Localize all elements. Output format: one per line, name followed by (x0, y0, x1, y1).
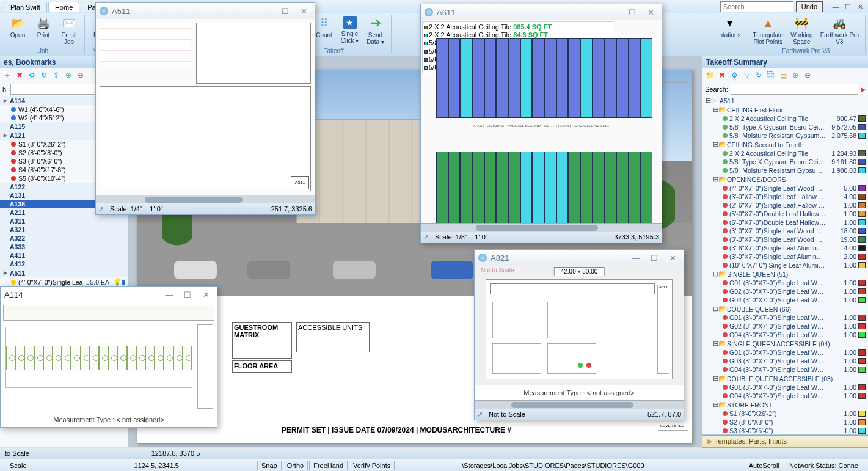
summary-item[interactable]: G02 (3'-0"X7'-0")Single Leaf Wood ...1.0… (702, 287, 868, 296)
delete2-icon[interactable]: ✖ (717, 70, 727, 80)
folder-node[interactable]: ⊟📂DOUBLE QUEEN (66) (702, 304, 868, 313)
copy-icon[interactable]: ⿻ (766, 70, 776, 80)
folder-node[interactable]: ⊟📂SINGLE QUEEN (51) (702, 269, 868, 279)
summary-item[interactable]: (5'-0"X7'-0")Double Leaf Hallow Metal D.… (702, 210, 868, 218)
plus-icon[interactable]: ⊕ (790, 70, 800, 80)
triangulate-button[interactable]: ▲Triangulate Plot Points (750, 15, 786, 46)
folder-node[interactable]: ⊟📂DOUBLE QUEEN ACCESSIBLE (03) (702, 374, 868, 383)
summary-item[interactable]: G02 (3'-0"X7'-0")Single Leaf Wood ...1.0… (702, 322, 868, 330)
summary-item[interactable]: G01 (3'-0"X7'-0")Single Leaf Wood ...1.0… (702, 313, 868, 322)
freehand-toggle[interactable]: FreeHand (309, 461, 348, 470)
summary-item[interactable]: (2'-6"X7'-0")Single Leaf Hallow Metal D.… (702, 201, 868, 210)
window-minimize-icon[interactable]: — (831, 3, 840, 11)
h-scrollbar[interactable] (421, 223, 662, 232)
summary-item[interactable]: G01 (3'-0"X7'-0")Single Leaf Wood ...1.0… (702, 279, 868, 287)
undo-button[interactable]: Undo (796, 1, 823, 12)
refresh-icon[interactable]: ↻ (39, 70, 49, 80)
close-icon[interactable]: ✕ (296, 7, 311, 16)
a114-body[interactable] (1, 302, 217, 412)
minimize-icon[interactable]: — (260, 7, 274, 16)
minimize-icon[interactable]: — (607, 8, 621, 17)
single-click-button[interactable]: ★Single Click ▾ (338, 15, 362, 46)
list-icon[interactable]: ▤ (778, 70, 788, 80)
minimize-icon[interactable]: — (629, 254, 643, 263)
folder-node[interactable]: ⊟📂SINGLE QUEEN ACCESSIBLE (04) (702, 339, 868, 348)
print-button[interactable]: 🖨️Print (32, 15, 55, 46)
title-search-input[interactable] (720, 1, 793, 12)
remove-icon[interactable]: ⊖ (76, 70, 86, 80)
folder-icon[interactable]: 📁 (705, 70, 715, 80)
h-scrollbar[interactable] (475, 400, 684, 409)
summary-item[interactable]: (3'-0"X7'-0")Single Leaf Wood Door W...1… (702, 235, 868, 244)
summary-item[interactable]: (4'-0"X7'-0")Single Leaf Wood Door W/...… (702, 184, 868, 192)
verify-toggle[interactable]: Verify Points (349, 461, 395, 470)
takeoff-item[interactable]: (4'-0"X7'-0")Single Leaf Wood...5.0 EA💡▮ (0, 277, 128, 287)
summary-item[interactable]: G04 (3'-0"X7'-0")Single Leaf Wood ...1.0… (702, 296, 868, 304)
summary-item[interactable]: (10'-6"X7'-0") Single Leaf Aluminum Door… (702, 261, 868, 269)
h-scrollbar[interactable] (96, 195, 315, 203)
summary-item[interactable]: G01 (3'-0"X7'-0")Single Leaf Wood ...1.0… (702, 348, 868, 357)
filter-icon[interactable]: ▽ (742, 70, 751, 80)
summary-item[interactable]: 2 X 2 Acoustical Ceiling Tile900.47 (702, 114, 868, 123)
summary-item[interactable]: (6'-0"X7'-0")Double Leaf Hallow Metal D.… (702, 218, 868, 227)
add2-icon[interactable]: ⊕ (64, 70, 73, 80)
maximize-icon[interactable]: ☐ (278, 7, 293, 16)
folder-node[interactable]: ⊟📂OPENINGS/DOORS (702, 175, 868, 184)
maximize-icon[interactable]: ☐ (647, 254, 662, 263)
close-icon[interactable]: ✕ (643, 8, 658, 17)
page-node[interactable]: A322 (0, 234, 128, 243)
tab-home[interactable]: Home (48, 2, 79, 12)
summary-item[interactable]: 2 X 2 Acoustical Ceiling Tile1,204.93 (702, 149, 868, 158)
gear2-icon[interactable]: ⚙ (729, 70, 739, 80)
window-a114[interactable]: A114 — ☐ ✕ Measurement Type : < not assi… (0, 286, 217, 428)
summary-item[interactable]: G04 (3'-0"X7'-0")Single Leaf Wood ...1.0… (702, 392, 868, 400)
a821-body[interactable]: Not to Scale 42.00 x 30.00 A821 (475, 266, 684, 385)
summary-item[interactable]: (3'-0"X7'-0")Single Leaf Aluminum Glass.… (702, 252, 868, 261)
expand-icon[interactable]: ↗ (98, 205, 104, 213)
folder-node[interactable]: ⊟📂CEILING Second to Fourth (702, 140, 868, 149)
search-go-icon[interactable]: ▶ (861, 86, 866, 93)
settings-icon[interactable]: ⚙ (27, 70, 37, 80)
page-node[interactable]: A311 (0, 217, 128, 225)
folder-node[interactable]: ⊟📂CEILING First Floor (702, 105, 868, 114)
close-icon[interactable]: ✕ (665, 254, 680, 263)
right-tree[interactable]: ⊟📄A511⊟📂CEILING First Floor2 X 2 Acousti… (702, 96, 868, 434)
summary-item[interactable]: (3'-6"X7'-0")Single Leaf Aluminum Glass.… (702, 244, 868, 252)
window-a821[interactable]: A821 — ☐ ✕ Not to Scale 42.00 x 30.00 A8… (474, 249, 684, 420)
summary-item[interactable]: (3'-0"X7'-0")Single Leaf Hallow Metal D.… (702, 192, 868, 201)
open-button[interactable]: 📂Open (6, 15, 29, 46)
right-search-input[interactable] (731, 84, 858, 95)
summary-item[interactable]: S3 (8'-0"X6'-0")1.00 (702, 426, 868, 434)
export-icon[interactable]: ⇪ (51, 70, 61, 80)
otations-button[interactable]: ▾otations (717, 15, 743, 40)
summary-item[interactable]: 5/8" Moisture Resistan Gypsum Bo...2,075… (702, 131, 868, 140)
a611-body[interactable]: 2 X 2 Acoustical Ceiling Tile 985.4 SQ F… (421, 20, 662, 223)
page-node[interactable]: A411 (0, 251, 128, 260)
send-data-button[interactable]: ➔Send Data ▾ (364, 15, 387, 46)
minus-icon[interactable]: ⊖ (803, 70, 812, 80)
summary-item[interactable]: 5/8" Type X Gypsum Board Ceiling9,161.80 (702, 158, 868, 166)
window-a511[interactable]: A511 — ☐ ✕ A511 ↗ Scale: 1/4" = 1' 0" 25… (95, 2, 315, 215)
window-a611[interactable]: A611 — ☐ ✕ 2 X 2 Acoustical Ceiling Tile… (420, 4, 662, 243)
summary-item[interactable]: 5/8" Type X Gypsum Board Ceiling9,572.05 (702, 123, 868, 131)
maximize-icon[interactable]: ☐ (180, 290, 195, 299)
summary-item[interactable]: G01 (3'-0"X7'-0")Single Leaf Wood ...1.0… (702, 383, 868, 392)
delete-icon[interactable]: ✖ (15, 70, 24, 80)
summary-item[interactable]: G04 (3'-0"X7'-0")Single Leaf Wood ...1.0… (702, 365, 868, 374)
page-node[interactable]: A333 (0, 243, 128, 251)
minimize-icon[interactable]: — (162, 290, 177, 299)
ortho-toggle[interactable]: Ortho (283, 461, 308, 470)
root-node[interactable]: ⊟📄A511 (702, 96, 868, 105)
window-close-icon[interactable]: ✕ (856, 3, 864, 11)
window-maximize-icon[interactable]: ☐ (844, 3, 852, 11)
close-icon[interactable]: ✕ (199, 290, 213, 299)
tab-templates[interactable]: ▶Templates, Parts, Inputs (702, 435, 868, 447)
add-icon[interactable]: ＋ (2, 70, 12, 80)
email-job-button[interactable]: ✉️Email Job (57, 15, 81, 46)
expand-icon[interactable]: ↗ (477, 411, 483, 418)
a511-body[interactable]: A511 (96, 19, 315, 195)
summary-item[interactable]: (3'-0"X7'-0")Single Leaf Wood Door ...18… (702, 227, 868, 235)
maximize-icon[interactable]: ☐ (625, 8, 640, 17)
summary-item[interactable]: S1 (8'-0"X26'-2")1.00 (702, 409, 868, 418)
earthwork-button[interactable]: 🚜Earthwork Pro V3 (818, 15, 861, 46)
